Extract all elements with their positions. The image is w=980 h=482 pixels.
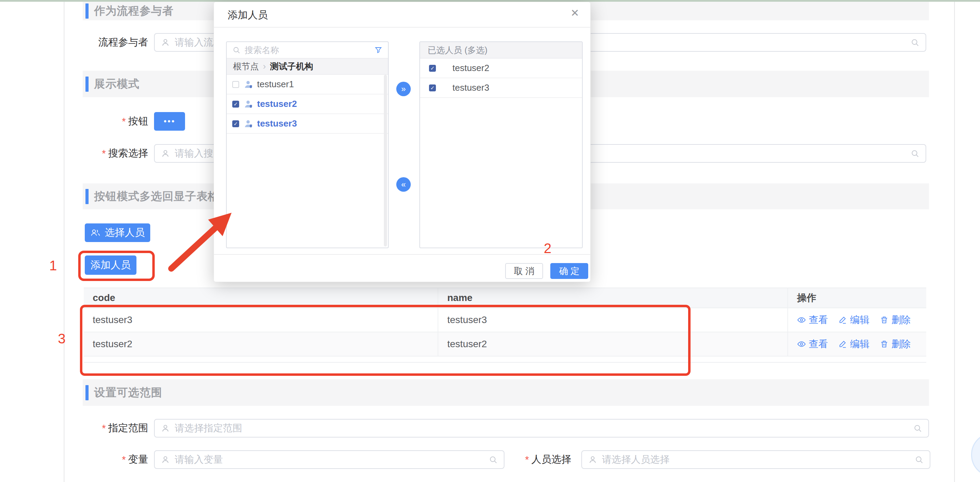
floating-helper-button[interactable] [971, 433, 980, 477]
content-left-border [64, 2, 64, 482]
selected-user-item[interactable]: testuser2 [420, 59, 582, 78]
view-link[interactable]: 查看 [797, 313, 828, 327]
person-icon [161, 455, 170, 464]
user-list-item[interactable]: testuser1 [227, 75, 388, 94]
modal-search-box[interactable]: 搜索名称 [227, 42, 388, 59]
checkbox-checked[interactable] [232, 120, 239, 127]
edit-link[interactable]: 编辑 [838, 338, 869, 351]
content-right-border [954, 2, 955, 482]
modal-footer-divider [214, 254, 590, 255]
selected-users-panel: 已选人员 (多选) testuser2 testuser3 [419, 41, 583, 248]
section-accent-bar [86, 385, 89, 400]
user-avatar-icon [244, 80, 253, 89]
move-left-button[interactable]: « [396, 177, 411, 192]
person-icon [588, 455, 597, 464]
person-select-label: 人员选择 [496, 450, 571, 469]
pencil-icon [838, 316, 847, 324]
section-accent-bar [86, 77, 89, 92]
cell-actions: 查看 编辑 删除 [788, 332, 926, 356]
add-person-modal: 添加人员 ✕ 搜索名称 根节点 › 测试子机构 [214, 2, 590, 282]
person-select-input[interactable]: 请选择人员选择 [581, 450, 931, 469]
checkbox-checked[interactable] [429, 85, 436, 91]
search-icon [913, 424, 922, 433]
assign-range-label: 指定范围 [48, 419, 148, 437]
annotation-number-1: 1 [49, 258, 57, 273]
breadcrumb-current: 测试子机构 [270, 61, 313, 72]
select-person-label: 选择人员 [105, 226, 145, 239]
variable-placeholder: 请输入变量 [175, 453, 223, 466]
scrollbar[interactable] [384, 75, 387, 246]
user-list-item[interactable]: testuser2 [227, 94, 388, 114]
user-name: testuser3 [257, 118, 297, 129]
chevron-right-icon: › [263, 61, 266, 72]
modal-title: 添加人员 [228, 8, 268, 22]
person-select-placeholder: 请选择人员选择 [602, 453, 670, 466]
selected-user-item[interactable]: testuser3 [420, 78, 582, 98]
edit-link[interactable]: 编辑 [838, 313, 869, 327]
breadcrumb: 根节点 › 测试子机构 [227, 59, 388, 75]
search-icon [232, 46, 240, 54]
search-icon [910, 149, 920, 158]
modal-search-placeholder: 搜索名称 [245, 45, 279, 56]
section-title: 设置可选范围 [94, 385, 162, 400]
person-icon [161, 149, 170, 158]
section-title: 作为流程参与者 [94, 3, 174, 19]
checkbox-unchecked[interactable] [232, 81, 239, 88]
user-avatar-icon [244, 100, 253, 109]
search-select-label: 搜索选择 [48, 144, 148, 163]
delete-link[interactable]: 删除 [880, 313, 911, 327]
variable-label: 变量 [48, 450, 148, 469]
user-name: testuser2 [257, 99, 297, 109]
move-right-button[interactable]: » [396, 82, 411, 96]
section-accent-bar [86, 3, 89, 19]
selected-panel-title: 已选人员 (多选) [428, 45, 488, 56]
eye-icon [797, 316, 806, 324]
search-icon [915, 455, 923, 464]
confirm-button[interactable]: 确 定 [550, 263, 588, 279]
pencil-icon [838, 340, 847, 349]
user-name: testuser3 [452, 82, 489, 93]
annotation-box-table-rows [80, 305, 690, 376]
col-header-actions: 操作 [788, 287, 926, 308]
person-icon [161, 38, 170, 47]
user-list-item[interactable]: testuser3 [227, 114, 388, 134]
section-accent-bar [86, 189, 89, 204]
annotation-number-3: 3 [58, 331, 65, 346]
assign-range-placeholder: 请选择指定范围 [175, 422, 242, 435]
modal-header-divider [214, 27, 590, 27]
filter-icon[interactable] [374, 46, 382, 54]
button-field-label: 按钮 [48, 112, 148, 131]
person-icon [161, 424, 170, 433]
search-icon [910, 38, 920, 47]
section-header-range: 设置可选范围 [83, 379, 929, 406]
org-user-panel: 搜索名称 根节点 › 测试子机构 testuser1 [226, 41, 389, 248]
user-name: testuser1 [257, 79, 294, 89]
annotation-box-add-person [78, 251, 155, 281]
ellipsis-button[interactable]: ••• [154, 112, 185, 131]
annotation-number-2: 2 [544, 241, 551, 256]
variable-input[interactable]: 请输入变量 [154, 450, 504, 469]
checkbox-checked[interactable] [232, 101, 239, 108]
select-person-button[interactable]: 选择人员 [85, 223, 150, 242]
section-title: 按钮模式多选回显子表格 [94, 189, 219, 204]
selected-panel-header: 已选人员 (多选) [420, 42, 582, 59]
section-title: 展示模式 [94, 77, 140, 92]
close-icon[interactable]: ✕ [571, 7, 579, 19]
cancel-button[interactable]: 取 消 [505, 263, 543, 279]
user-avatar-icon [244, 119, 253, 128]
cell-actions: 查看 编辑 删除 [788, 308, 926, 332]
page: 作为流程参与者 流程参与者 请输入流程参与者 展示模式 按钮 ••• 搜索选择 … [0, 0, 980, 482]
delete-link[interactable]: 删除 [880, 338, 911, 351]
eye-icon [797, 340, 806, 349]
trash-icon [880, 340, 889, 349]
breadcrumb-root[interactable]: 根节点 [233, 61, 259, 72]
people-icon [90, 228, 100, 237]
assign-range-input[interactable]: 请选择指定范围 [154, 419, 929, 437]
checkbox-checked[interactable] [429, 65, 436, 72]
view-link[interactable]: 查看 [797, 338, 828, 351]
participant-label: 流程参与者 [48, 33, 148, 52]
user-name: testuser2 [452, 63, 489, 73]
trash-icon [880, 316, 889, 324]
